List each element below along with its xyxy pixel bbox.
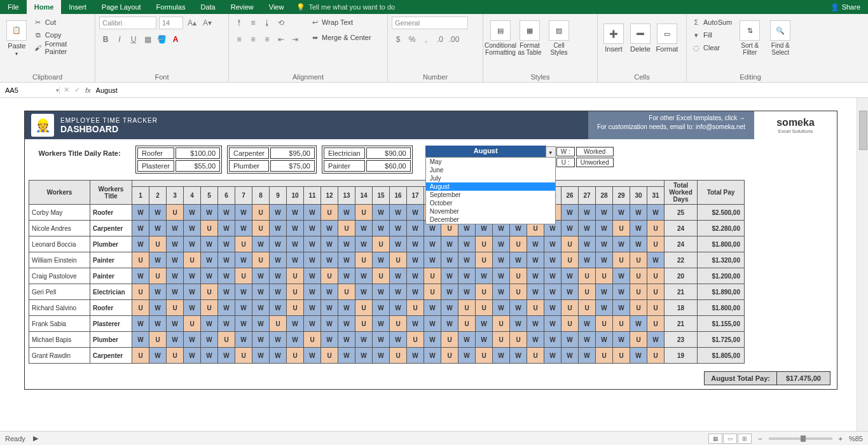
day-cell[interactable]: W: [338, 236, 355, 252]
day-cell[interactable]: W: [373, 332, 390, 348]
vertical-scrollbar[interactable]: [857, 98, 868, 431]
day-cell[interactable]: W: [561, 348, 579, 364]
day-cell[interactable]: W: [373, 348, 390, 364]
day-cell[interactable]: W: [373, 316, 390, 332]
day-cell[interactable]: U: [270, 316, 287, 332]
day-cell[interactable]: W: [458, 268, 476, 284]
number-format-select[interactable]: General: [392, 17, 468, 29]
align-bottom-button[interactable]: ⭳: [261, 17, 273, 29]
day-cell[interactable]: W: [270, 284, 287, 300]
day-cell[interactable]: U: [149, 236, 167, 252]
day-cell[interactable]: U: [235, 348, 252, 364]
day-cell[interactable]: W: [407, 348, 424, 364]
month-option[interactable]: June: [426, 166, 555, 174]
day-cell[interactable]: W: [184, 284, 201, 300]
day-cell[interactable]: U: [647, 236, 665, 252]
day-cell[interactable]: U: [630, 300, 647, 316]
day-cell[interactable]: W: [613, 205, 630, 221]
day-cell[interactable]: W: [561, 205, 579, 221]
day-cell[interactable]: W: [579, 348, 596, 364]
day-cell[interactable]: U: [407, 300, 424, 316]
day-cell[interactable]: W: [218, 316, 235, 332]
day-cell[interactable]: W: [201, 316, 218, 332]
day-cell[interactable]: W: [235, 300, 252, 316]
day-cell[interactable]: U: [390, 252, 407, 268]
day-cell[interactable]: W: [510, 252, 527, 268]
day-cell[interactable]: W: [287, 316, 304, 332]
day-cell[interactable]: W: [390, 300, 407, 316]
tab-review[interactable]: Review: [223, 0, 261, 14]
day-cell[interactable]: W: [407, 236, 424, 252]
day-cell[interactable]: U: [527, 300, 544, 316]
day-cell[interactable]: W: [373, 284, 390, 300]
day-cell[interactable]: W: [167, 221, 184, 236]
day-cell[interactable]: U: [287, 268, 304, 284]
day-cell[interactable]: U: [390, 348, 407, 364]
day-cell[interactable]: W: [201, 236, 218, 252]
day-cell[interactable]: U: [304, 332, 321, 348]
day-cell[interactable]: U: [579, 300, 596, 316]
month-option[interactable]: August: [426, 182, 555, 191]
day-cell[interactable]: W: [304, 205, 321, 221]
day-cell[interactable]: W: [476, 316, 493, 332]
day-cell[interactable]: W: [544, 348, 561, 364]
zoom-slider[interactable]: [769, 437, 832, 440]
day-cell[interactable]: U: [252, 221, 270, 236]
day-cell[interactable]: U: [355, 205, 373, 221]
day-cell[interactable]: W: [252, 316, 270, 332]
month-option[interactable]: October: [426, 199, 555, 207]
month-option[interactable]: November: [426, 207, 555, 216]
day-cell[interactable]: W: [613, 300, 630, 316]
tab-home[interactable]: Home: [27, 0, 62, 14]
table-row[interactable]: Geri PellElectricianUWWWUWWWWUWWUWWWWUWW…: [29, 284, 745, 300]
day-cell[interactable]: U: [647, 221, 665, 236]
day-cell[interactable]: U: [424, 284, 441, 300]
day-cell[interactable]: W: [235, 284, 252, 300]
day-cell[interactable]: W: [184, 205, 201, 221]
day-cell[interactable]: W: [544, 284, 561, 300]
enter-icon[interactable]: ✓: [74, 86, 80, 94]
day-cell[interactable]: W: [252, 236, 270, 252]
day-cell[interactable]: U: [613, 252, 630, 268]
day-cell[interactable]: U: [647, 268, 665, 284]
day-cell[interactable]: U: [493, 332, 510, 348]
day-cell[interactable]: W: [441, 284, 458, 300]
day-cell[interactable]: W: [201, 348, 218, 364]
day-cell[interactable]: W: [458, 252, 476, 268]
day-cell[interactable]: W: [287, 252, 304, 268]
day-cell[interactable]: W: [441, 300, 458, 316]
day-cell[interactable]: U: [184, 252, 201, 268]
day-cell[interactable]: W: [184, 236, 201, 252]
day-cell[interactable]: W: [149, 316, 167, 332]
day-cell[interactable]: W: [613, 284, 630, 300]
page-layout-view-button[interactable]: ▭: [723, 434, 737, 444]
day-cell[interactable]: W: [321, 332, 338, 348]
day-cell[interactable]: U: [561, 252, 579, 268]
currency-button[interactable]: $: [392, 33, 404, 46]
day-cell[interactable]: U: [579, 268, 596, 284]
day-cell[interactable]: W: [355, 236, 373, 252]
day-cell[interactable]: U: [167, 205, 184, 221]
day-cell[interactable]: W: [407, 221, 424, 236]
day-cell[interactable]: U: [476, 236, 493, 252]
day-cell[interactable]: U: [579, 284, 596, 300]
day-cell[interactable]: U: [647, 316, 665, 332]
day-cell[interactable]: U: [201, 284, 218, 300]
cond-format-button[interactable]: ▤Conditional Formatting: [487, 17, 514, 60]
day-cell[interactable]: W: [527, 316, 544, 332]
day-cell[interactable]: W: [132, 316, 149, 332]
day-cell[interactable]: U: [647, 300, 665, 316]
day-cell[interactable]: U: [407, 332, 424, 348]
day-cell[interactable]: W: [304, 252, 321, 268]
zoom-in-button[interactable]: +: [839, 435, 843, 442]
day-cell[interactable]: W: [321, 316, 338, 332]
day-cell[interactable]: U: [596, 268, 613, 284]
day-cell[interactable]: W: [287, 221, 304, 236]
day-cell[interactable]: U: [613, 221, 630, 236]
day-cell[interactable]: U: [613, 316, 630, 332]
day-cell[interactable]: W: [561, 332, 579, 348]
day-cell[interactable]: W: [235, 221, 252, 236]
day-cell[interactable]: W: [527, 236, 544, 252]
day-cell[interactable]: W: [218, 268, 235, 284]
day-cell[interactable]: U: [149, 268, 167, 284]
